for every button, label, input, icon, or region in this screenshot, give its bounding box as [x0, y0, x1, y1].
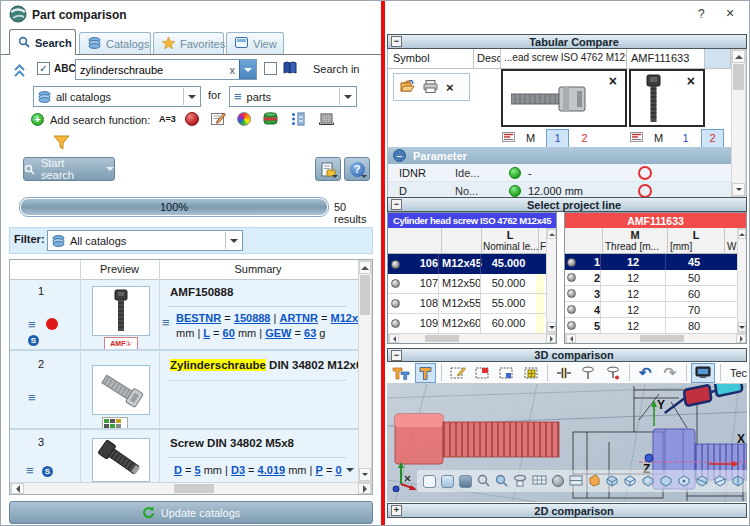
project-row[interactable]: 108 M12x55 55.000 — [388, 294, 556, 314]
select-red-icon[interactable] — [472, 366, 494, 380]
select-grid-icon[interactable] — [521, 366, 543, 380]
shaded-sphere-icon[interactable] — [552, 475, 564, 487]
column-header-w[interactable]: W — [727, 241, 736, 252]
results-vertical-scrollbar[interactable] — [358, 260, 372, 482]
cube-view-7-icon[interactable] — [713, 474, 726, 489]
screw-axis-icon[interactable] — [578, 366, 600, 380]
compare-both-parts-icon[interactable] — [390, 366, 412, 380]
project-row[interactable]: 107 M12x50 50.000 — [388, 274, 556, 294]
compare-single-part-icon[interactable] — [415, 363, 437, 383]
remove-part2-icon[interactable]: × — [687, 73, 695, 89]
dimension-search-icon[interactable] — [291, 112, 305, 128]
measure-grid-icon[interactable] — [532, 474, 547, 488]
row-select-radio[interactable] — [567, 305, 576, 314]
column-header-l[interactable]: L — [482, 229, 538, 241]
abc-checkbox[interactable]: ✓ — [37, 62, 50, 75]
variant-tab-1[interactable]: 1 — [674, 129, 697, 148]
undo-icon[interactable]: ↶ — [635, 364, 657, 382]
align-parts-icon[interactable] — [553, 366, 575, 380]
cube-view-3-icon[interactable] — [641, 474, 654, 489]
row-select-radio[interactable] — [567, 273, 576, 282]
print-icon[interactable] — [423, 80, 438, 95]
expand-row-icon[interactable] — [346, 468, 354, 472]
geometry-search-icon[interactable] — [185, 112, 199, 126]
project-right-vscroll[interactable] — [737, 228, 747, 333]
project-right-hscroll[interactable] — [565, 333, 747, 344]
tab-favorites[interactable]: Favorites — [153, 32, 224, 54]
row-select-radio[interactable] — [391, 279, 400, 288]
add-function-icon[interactable]: + — [31, 113, 44, 126]
project-row[interactable]: 5 12 80 — [565, 318, 746, 333]
section-box-icon[interactable] — [569, 474, 583, 489]
select-project-line-header[interactable]: − Select project line — [387, 197, 747, 212]
cube-view-1-icon[interactable] — [605, 474, 618, 489]
collapse-section-button[interactable]: − — [391, 199, 402, 210]
project-row[interactable]: 3 12 60 — [565, 286, 746, 302]
cube-view-4-icon[interactable] — [659, 474, 672, 489]
variant-tab-m[interactable]: M — [519, 129, 542, 148]
update-catalogs-button[interactable]: Update catalogs — [9, 501, 373, 524]
expand-section-button[interactable]: + — [391, 505, 402, 516]
redo-icon[interactable]: ↷ — [659, 364, 681, 382]
row-select-radio[interactable] — [391, 319, 400, 328]
collapse-section-button[interactable]: − — [391, 350, 402, 361]
remove-all-icon[interactable]: × — [446, 80, 454, 95]
column-header-m[interactable]: M — [603, 229, 667, 241]
project-left-hscroll[interactable] — [388, 333, 557, 344]
tabular-compare-header[interactable]: − Tabular Compare — [387, 34, 747, 49]
variant-list-icon[interactable] — [502, 132, 515, 144]
select-blue-icon[interactable] — [496, 366, 518, 380]
open-folder-icon[interactable] — [400, 80, 415, 94]
help-options-button[interactable]: ? — [344, 157, 370, 181]
parameter-group-header[interactable]: − Parameter — [388, 147, 731, 164]
select-edit-icon[interactable] — [447, 366, 469, 380]
project-row[interactable]: 2 12 50 — [565, 270, 746, 286]
database-search-icon[interactable] — [263, 112, 278, 128]
row-menu-icon[interactable]: ≡ — [28, 320, 36, 330]
cube-view-2-icon[interactable] — [623, 474, 636, 489]
variant-tab-1[interactable]: 1 — [546, 129, 569, 148]
view-wireframe-icon[interactable] — [423, 475, 436, 488]
turntable-icon[interactable] — [513, 474, 527, 489]
cube-view-6-icon[interactable] — [695, 474, 708, 489]
parameter-row-d[interactable]: D No... 12.000 mm — [388, 182, 731, 197]
catalog-select[interactable]: all catalogs — [33, 86, 201, 107]
screw-axis-add-icon[interactable] — [602, 366, 624, 380]
sketch-search-icon[interactable] — [211, 112, 226, 128]
row-select-radio[interactable] — [567, 289, 576, 298]
zoom-fit-icon[interactable] — [495, 474, 508, 489]
threed-viewport[interactable]: Y Z X — [387, 384, 747, 502]
tab-catalogs[interactable]: Catalogs — [79, 32, 151, 54]
result-row-1[interactable]: 1 ≡ S AMF① AMF150888 ≡ BESTNR = 150888 |… — [10, 280, 358, 351]
results-horizontal-scrollbar[interactable] — [10, 482, 372, 495]
result-title[interactable]: Screw DIN 34802 M5x8 — [170, 437, 294, 449]
twod-comparison-header[interactable]: + 2D comparison — [387, 503, 747, 518]
row-menu-icon[interactable]: ≡ — [28, 393, 36, 403]
variable-search-icon[interactable]: A=3 — [159, 114, 176, 124]
threed-comparison-header[interactable]: − 3D comparison — [387, 348, 747, 362]
column-header-l[interactable]: L — [668, 229, 724, 241]
collapse-parameter-icon[interactable]: − — [393, 149, 406, 162]
project-left-vscroll[interactable] — [546, 228, 557, 333]
render-mode-icon[interactable] — [691, 363, 715, 383]
project-row[interactable]: 106 M12x45 45.000 — [388, 254, 556, 274]
surface-search-icon[interactable] — [319, 112, 334, 128]
collapse-section-button[interactable]: − — [391, 36, 402, 47]
tec-menu-button[interactable]: Tec — [730, 367, 747, 379]
tabular-vertical-scrollbar[interactable] — [731, 49, 746, 197]
dictionary-icon[interactable] — [282, 60, 298, 77]
result-row-2[interactable]: 2 ≡ Zylinderschraube DIN 34802 M12x65 — [10, 353, 358, 430]
variant-tab-m[interactable]: M — [647, 129, 670, 148]
preview-image[interactable] — [92, 286, 150, 336]
detail-menu-icon[interactable]: ≡ — [162, 318, 170, 328]
parts-select[interactable]: ≡ parts — [229, 86, 357, 107]
column-header-preview[interactable]: Preview — [80, 263, 159, 275]
cube-view-8-icon[interactable] — [731, 474, 744, 489]
filter-funnel-icon[interactable] — [53, 135, 70, 153]
start-search-button[interactable]: Start search — [23, 157, 115, 181]
project-row[interactable]: 4 12 70 — [565, 302, 746, 318]
color-search-icon[interactable] — [237, 112, 251, 126]
column-header-summary[interactable]: Summary — [159, 263, 357, 275]
result-row-3[interactable]: 3 ≡ S Screw DIN 34802 M5x8 D = 5 mm | D3… — [10, 432, 358, 482]
filter-catalog-select[interactable]: All catalogs — [47, 230, 243, 251]
